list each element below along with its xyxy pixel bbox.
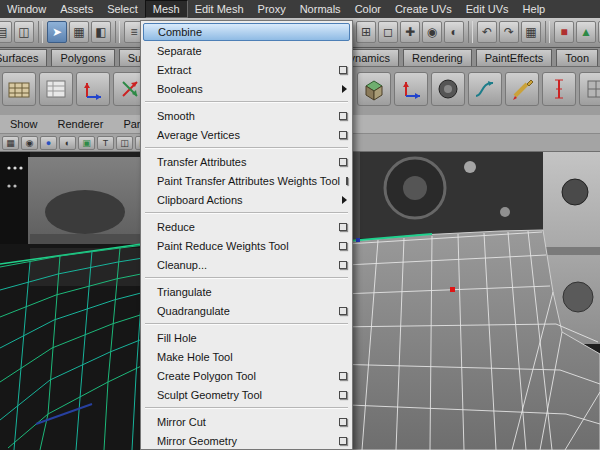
menu-separator <box>145 101 348 103</box>
submenu-arrow-icon <box>342 196 347 204</box>
option-box[interactable] <box>346 177 348 185</box>
camera-lens-icon[interactable] <box>431 72 465 106</box>
menu-item-smooth[interactable]: Smooth <box>141 106 352 125</box>
snap-view-plane-icon[interactable]: ◉ <box>422 21 442 43</box>
toolbar-separator <box>545 21 550 43</box>
menu-item-paint-transfer-attributes-weights-tool[interactable]: Paint Transfer Attributes Weights Tool <box>141 171 352 190</box>
tab-polygons[interactable]: Polygons <box>51 49 114 66</box>
use-default-material-icon[interactable]: ◐ <box>59 136 76 150</box>
shelf-group-right <box>357 72 600 106</box>
shaded-ball-icon[interactable]: ● <box>40 136 57 150</box>
menu-create-uvs[interactable]: Create UVs <box>388 0 459 18</box>
ep-curve-icon[interactable] <box>468 72 502 106</box>
option-box[interactable] <box>339 307 347 315</box>
polygon-plane-alt-icon[interactable] <box>39 72 73 106</box>
menu-item-average-vertices[interactable]: Average Vertices <box>141 125 352 144</box>
menu-select[interactable]: Select <box>100 0 145 18</box>
wireframe-display-icon[interactable]: ▦ <box>2 136 19 150</box>
selection-mask-object-icon[interactable]: ◫ <box>14 21 34 43</box>
panel-menu-show[interactable]: Show <box>0 118 48 130</box>
option-box[interactable] <box>339 66 347 74</box>
axis-arrows-icon[interactable] <box>394 72 428 106</box>
status-group-right: ⊞ ◻ ✚ ◉ ◐ ↶ ↷ ▦ ■ ▲ ◫ ⊡ <box>356 21 600 43</box>
construction-history-icon[interactable]: ▦ <box>521 21 541 43</box>
menu-item-quadrangulate[interactable]: Quadrangulate <box>141 301 352 320</box>
menu-item-combine[interactable]: Combine <box>143 23 350 41</box>
menu-assets[interactable]: Assets <box>53 0 100 18</box>
highlight-selection-icon[interactable]: ◧ <box>91 21 111 43</box>
tab-painteffects[interactable]: PaintEffects <box>476 49 553 66</box>
option-box[interactable] <box>339 242 347 250</box>
input-connections-icon[interactable]: ↶ <box>477 21 497 43</box>
lighting-icon[interactable]: ◫ <box>116 136 133 150</box>
menu-normals[interactable]: Normals <box>293 0 348 18</box>
render-current-frame-icon[interactable]: ■ <box>554 21 574 43</box>
selection-mask-component-icon[interactable]: ▦ <box>69 21 89 43</box>
tab-surfaces[interactable]: Surfaces <box>0 49 47 66</box>
menu-item-clipboard-actions[interactable]: Clipboard Actions <box>141 190 352 209</box>
smooth-shade-icon[interactable]: ◉ <box>21 136 38 150</box>
menu-item-extract[interactable]: Extract <box>141 60 352 79</box>
tab-rendering[interactable]: Rendering <box>403 49 472 66</box>
menu-edit-uvs[interactable]: Edit UVs <box>459 0 516 18</box>
menu-item-reduce[interactable]: Reduce <box>141 217 352 236</box>
tab-toon[interactable]: Toon <box>556 49 598 66</box>
menu-help[interactable]: Help <box>516 0 553 18</box>
axis-red-blue-icon[interactable] <box>76 72 110 106</box>
menu-separator <box>145 147 348 149</box>
option-box[interactable] <box>339 372 347 380</box>
menu-item-paint-reduce-weights-tool[interactable]: Paint Reduce Weights Tool <box>141 236 352 255</box>
toolbar-separator <box>468 21 473 43</box>
snap-curve-icon[interactable]: ◻ <box>378 21 398 43</box>
option-box[interactable] <box>339 131 347 139</box>
option-box[interactable] <box>339 112 347 120</box>
option-box[interactable] <box>339 418 347 426</box>
menu-item-mirror-geometry[interactable]: Mirror Geometry <box>141 431 352 450</box>
texture-view-icon[interactable]: T <box>97 136 114 150</box>
extra-tool-icon[interactable] <box>579 72 600 106</box>
option-box[interactable] <box>339 261 347 269</box>
menu-window[interactable]: Window <box>0 0 53 18</box>
menu-item-sculpt-geometry-tool[interactable]: Sculpt Geometry Tool <box>141 385 352 404</box>
ipr-render-icon[interactable]: ▲ <box>576 21 596 43</box>
menu-item-cleanup[interactable]: Cleanup... <box>141 255 352 274</box>
menu-proxy[interactable]: Proxy <box>251 0 293 18</box>
submenu-arrow-icon <box>342 85 347 93</box>
status-group-left: ▤ ◫ ➤ ▦ ◧ ≡ <box>0 21 144 43</box>
menubar: Window Assets Select Mesh Edit Mesh Prox… <box>0 0 600 18</box>
vertex-blue[interactable] <box>356 238 360 242</box>
menu-edit-mesh[interactable]: Edit Mesh <box>188 0 251 18</box>
selection-mask-hierarchy-icon[interactable]: ▤ <box>0 21 12 43</box>
menu-mesh[interactable]: Mesh <box>145 0 188 18</box>
menu-color[interactable]: Color <box>348 0 388 18</box>
menu-item-separate[interactable]: Separate <box>141 41 352 60</box>
textured-display-icon[interactable]: ▣ <box>78 136 95 150</box>
select-tool-icon[interactable]: ➤ <box>47 21 67 43</box>
make-live-icon[interactable]: ◐ <box>444 21 464 43</box>
panel-menu-renderer[interactable]: Renderer <box>48 118 114 130</box>
maya-window: Window Assets Select Mesh Edit Mesh Prox… <box>0 0 600 450</box>
snap-grid-icon[interactable]: ⊞ <box>356 21 376 43</box>
option-box[interactable] <box>339 437 347 445</box>
menu-item-triangulate[interactable]: Triangulate <box>141 282 352 301</box>
menu-separator <box>145 407 348 409</box>
option-box[interactable] <box>339 158 347 166</box>
menu-item-transfer-attributes[interactable]: Transfer Attributes <box>141 152 352 171</box>
polygon-plane-icon[interactable] <box>2 72 36 106</box>
menu-item-make-hole-tool[interactable]: Make Hole Tool <box>141 347 352 366</box>
option-box[interactable] <box>339 223 347 231</box>
menu-item-booleans[interactable]: Booleans <box>141 79 352 98</box>
snap-point-icon[interactable]: ✚ <box>400 21 420 43</box>
measure-tool-icon[interactable] <box>542 72 576 106</box>
output-connections-icon[interactable]: ↷ <box>499 21 519 43</box>
option-box[interactable] <box>339 391 347 399</box>
poly-cube-icon[interactable] <box>357 72 391 106</box>
menu-item-create-polygon-tool[interactable]: Create Polygon Tool <box>141 366 352 385</box>
vertex-red-selected[interactable] <box>450 287 455 292</box>
menu-separator <box>145 212 348 214</box>
pencil-curve-icon[interactable] <box>505 72 539 106</box>
toolbar-separator <box>38 21 43 43</box>
menu-item-fill-hole[interactable]: Fill Hole <box>141 328 352 347</box>
menu-item-mirror-cut[interactable]: Mirror Cut <box>141 412 352 431</box>
menu-separator <box>145 277 348 279</box>
